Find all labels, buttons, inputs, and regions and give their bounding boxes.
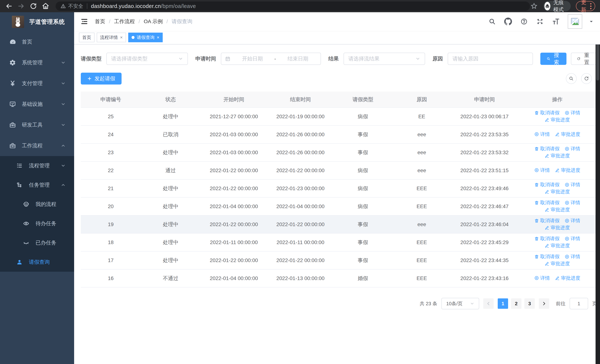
sidebar-item-my-process[interactable]: 我的流程	[0, 195, 74, 214]
sidebar-item-done-tasks[interactable]: 已办任务	[0, 233, 74, 252]
browser-scrollbar[interactable]	[596, 12, 600, 364]
cancel-action-link[interactable]: 取消请假	[534, 217, 559, 224]
next-page-button[interactable]	[539, 299, 549, 309]
sidebar-item-leave-query[interactable]: 请假查询	[0, 252, 74, 272]
font-size-icon[interactable]	[552, 18, 560, 26]
cancel-action-link[interactable]: 取消请假	[534, 146, 559, 152]
pagination: 共 23 条 10条/页 123 前往 页	[81, 298, 597, 309]
progress-action-link[interactable]: 审批进度	[544, 117, 570, 123]
workflow-submenu: 流程管理 任务管理 我的流程 待办任务	[0, 156, 74, 272]
breadcrumb-oa-example[interactable]: OA 示例	[144, 18, 163, 25]
detail-action-link[interactable]: 详情	[534, 167, 550, 173]
table-row[interactable]: 18 处理中 2022-01-11 00:00:00 2022-01-11 00…	[81, 233, 597, 251]
reset-button[interactable]: 重置	[571, 53, 596, 65]
sidebar-item-workflow[interactable]: 工作流程	[0, 135, 74, 156]
table-row[interactable]: 20 处理中 2022-01-04 00:00:00 2022-01-04 00…	[81, 197, 597, 215]
cancel-action-link[interactable]: 取消请假	[534, 253, 559, 260]
show-search-toggle-button[interactable]	[566, 73, 577, 84]
cancel-action-link[interactable]: 取消请假	[534, 110, 559, 116]
cell-actions: 详情审批进度	[517, 161, 597, 179]
avatar-caret-icon[interactable]	[589, 19, 594, 24]
back-icon[interactable]	[5, 2, 13, 10]
detail-action-link[interactable]: 详情	[565, 110, 580, 116]
page-button-2[interactable]: 2	[511, 299, 521, 309]
refresh-table-button[interactable]	[581, 73, 592, 84]
update-button[interactable]: 更新	[576, 1, 595, 11]
sidebar-item-devtools[interactable]: 研发工具	[0, 114, 74, 135]
cell-leave-type: 事假	[334, 143, 392, 161]
detail-action-link[interactable]: 详情	[565, 181, 580, 188]
table-row[interactable]: 22 通过 2022-01-22 00:00:00 2022-01-22 00:…	[81, 161, 597, 179]
forward-icon[interactable]	[17, 2, 25, 10]
page-button-3[interactable]: 3	[525, 299, 535, 309]
page-button-1[interactable]: 1	[498, 299, 508, 309]
table-row[interactable]: 23 处理中 2022-01-03 00:00:00 2022-01-26 00…	[81, 143, 597, 161]
cell-id: 19	[81, 215, 141, 233]
col-header-start: 开始时间	[200, 92, 267, 107]
table-row[interactable]: 19 处理中 2022-01-22 00:00:00 2022-01-22 00…	[81, 215, 597, 233]
sidebar-item-payment[interactable]: 支付管理	[0, 73, 74, 94]
table-row[interactable]: 16 不通过 2022-01-04 00:00:00 2022-01-13 00…	[81, 269, 597, 287]
sidebar-item-home[interactable]: 首页	[0, 31, 74, 52]
progress-action-link[interactable]: 审批进度	[555, 275, 580, 281]
help-icon[interactable]	[520, 18, 528, 26]
address-bar[interactable]: 不安全 dashboard.yudao.iocoder.cn/bpm/oa/le…	[56, 1, 530, 11]
close-icon[interactable]: ×	[120, 35, 123, 40]
table-row[interactable]: 21 处理中 2022-01-22 00:00:00 2022-01-23 00…	[81, 179, 597, 197]
fullscreen-icon[interactable]	[536, 18, 544, 26]
close-icon[interactable]: ×	[157, 35, 159, 40]
avatar[interactable]	[568, 14, 582, 29]
search-button[interactable]: 搜索	[540, 53, 566, 65]
progress-action-link[interactable]: 审批进度	[544, 152, 570, 159]
prev-page-button[interactable]	[483, 299, 494, 309]
chevron-down-icon	[61, 163, 66, 168]
breadcrumb-home[interactable]: 首页	[95, 18, 105, 25]
detail-action-link[interactable]: 详情	[534, 275, 550, 281]
page-size-select[interactable]: 10条/页	[441, 298, 479, 309]
tag-process-detail[interactable]: 流程详情 ×	[97, 33, 126, 42]
calendar-icon	[225, 56, 231, 62]
cancel-action-link[interactable]: 取消请假	[534, 235, 559, 242]
sidebar-collapse-icon[interactable]	[80, 18, 88, 25]
home-icon[interactable]	[41, 2, 50, 10]
cancel-action-link[interactable]: 取消请假	[534, 181, 559, 188]
table-row[interactable]: 24 已取消 2022-01-03 00:00:00 2022-01-26 00…	[81, 125, 597, 143]
detail-action-link[interactable]: 详情	[565, 199, 580, 206]
table-row[interactable]: 17 处理中 2022-01-22 00:00:00 2022-01-22 00…	[81, 251, 597, 269]
sidebar-item-system[interactable]: 系统管理	[0, 52, 74, 73]
cell-actions: 取消请假详情审批进度	[517, 197, 597, 215]
detail-action-link[interactable]: 详情	[565, 253, 580, 260]
detail-action-link[interactable]: 详情	[565, 146, 580, 152]
goto-page-input[interactable]	[570, 298, 588, 309]
cancel-action-link[interactable]: 取消请假	[534, 199, 559, 206]
browser-menu-icon[interactable]	[590, 3, 591, 9]
detail-action-link[interactable]: 详情	[565, 217, 580, 224]
create-leave-button[interactable]: 发起请假	[81, 73, 122, 84]
result-select[interactable]: 请选择流结果	[344, 53, 425, 65]
progress-action-link[interactable]: 审批进度	[544, 206, 570, 213]
bookmark-star-icon[interactable]	[530, 2, 538, 10]
detail-action-link[interactable]: 详情	[565, 235, 580, 242]
tag-leave-query[interactable]: 请假查询 ×	[128, 33, 163, 42]
sidebar-item-task-mgmt[interactable]: 任务管理	[0, 175, 74, 195]
sidebar-item-process-mgmt[interactable]: 流程管理	[0, 156, 74, 175]
progress-action-link[interactable]: 审批进度	[555, 131, 580, 138]
security-status[interactable]: 不安全	[60, 3, 83, 9]
reason-input[interactable]	[452, 56, 528, 62]
github-icon[interactable]	[504, 18, 512, 26]
detail-action-link[interactable]: 详情	[534, 131, 550, 138]
search-icon[interactable]	[488, 18, 496, 26]
progress-action-link[interactable]: 审批进度	[555, 167, 580, 173]
sidebar-item-todo-tasks[interactable]: 待办任务	[0, 214, 74, 233]
table-row[interactable]: 25 处理中 2021-12-27 00:00:00 2022-01-19 00…	[81, 107, 597, 125]
progress-action-link[interactable]: 审批进度	[544, 188, 570, 195]
progress-action-link[interactable]: 审批进度	[544, 260, 570, 267]
apply-time-range-picker[interactable]: 开始日期 - 结束日期	[221, 53, 321, 65]
leave-type-select[interactable]: 请选择请假类型	[106, 53, 188, 65]
breadcrumb-workflow[interactable]: 工作流程	[114, 18, 135, 25]
progress-action-link[interactable]: 审批进度	[544, 243, 570, 249]
sidebar-item-infra[interactable]: 基础设施	[0, 94, 74, 114]
progress-action-link[interactable]: 审批进度	[544, 224, 570, 231]
reload-icon[interactable]	[29, 2, 38, 10]
tag-home[interactable]: 首页	[79, 33, 94, 42]
